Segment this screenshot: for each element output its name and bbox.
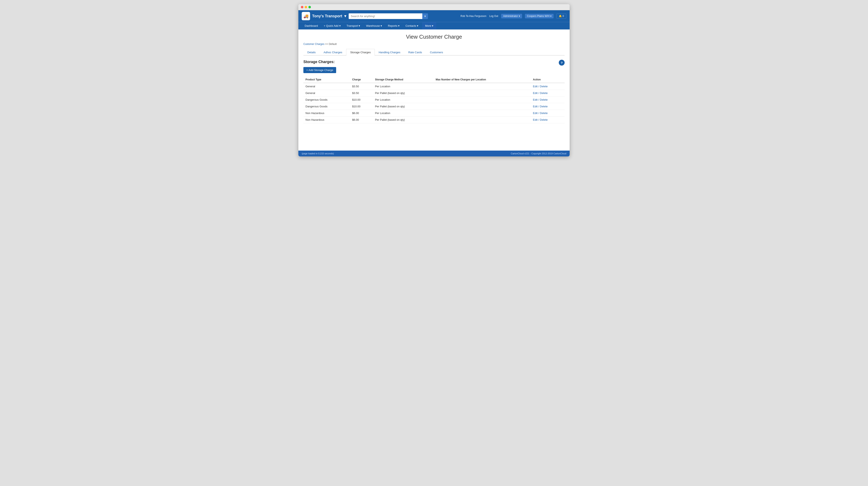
cell-method: Per Location <box>373 83 434 90</box>
top-nav-upper: 🚚 Tony's Transport ▾ ▾ Rob Te-Hau Fergus… <box>299 10 569 22</box>
logo-icon: 🚚 <box>302 12 310 20</box>
close-dot[interactable] <box>301 6 303 8</box>
edit-delete-link[interactable]: Edit / Delete <box>533 105 548 108</box>
table-body: General $3.50 Per Location Edit / Delete… <box>303 83 565 123</box>
cell-method: Per Pallet (based on qty) <box>373 103 434 110</box>
cell-product-type: General <box>303 83 350 90</box>
edit-delete-link[interactable]: Edit / Delete <box>533 112 548 115</box>
breadcrumb-current: Default <box>329 42 337 46</box>
tab-details[interactable]: Details <box>303 49 320 56</box>
tab-handling-charges[interactable]: Handling Charges <box>375 49 404 56</box>
cell-method: Per Pallet (based on qty) <box>373 90 434 96</box>
cell-action: Edit / Delete <box>531 110 565 117</box>
maximize-dot[interactable] <box>308 6 311 8</box>
table-row: General $3.50 Per Location Edit / Delete <box>303 83 565 90</box>
cell-max-charges <box>434 117 531 123</box>
col-max-charges: Max Number of New Charges per Location <box>434 77 531 83</box>
cell-product-type: Dangerous Goods <box>303 96 350 103</box>
cell-action: Edit / Delete <box>531 83 565 90</box>
cell-method: Per Location <box>373 110 434 117</box>
brand-logo[interactable]: 🚚 Tony's Transport ▾ <box>302 12 346 20</box>
logout-link[interactable]: Log Out <box>489 15 498 18</box>
add-storage-charge-button[interactable]: + Add Storage Charge <box>303 67 336 73</box>
search-button[interactable]: ▾ <box>422 13 428 19</box>
table-row: Non Hazardous $6.00 Per Pallet (based on… <box>303 117 565 123</box>
admin-dropdown[interactable]: Administrator ▾ <box>501 14 522 18</box>
table-row: Dangerous Goods $10.00 Per Location Edit… <box>303 96 565 103</box>
brand-name: Tony's Transport <box>312 14 342 18</box>
edit-delete-link[interactable]: Edit / Delete <box>533 98 548 101</box>
cell-product-type: Non Hazardous <box>303 117 350 123</box>
col-storage-charge-method: Storage Charge Method <box>373 77 434 83</box>
tab-storage-charges[interactable]: Storage Charges <box>346 49 375 56</box>
cell-max-charges <box>434 96 531 103</box>
tab-customers[interactable]: Customers <box>426 49 447 56</box>
storage-charges-table: Product Type Charge Storage Charge Metho… <box>303 77 565 123</box>
cell-charge: $10.00 <box>350 96 373 103</box>
cell-max-charges <box>434 90 531 96</box>
col-action: Action <box>531 77 565 83</box>
notifications-badge[interactable]: 🔔 0 <box>556 13 566 19</box>
footer: (page loaded in 0.215 seconds) CartonClo… <box>299 150 569 156</box>
app-window: 🚚 Tony's Transport ▾ ▾ Rob Te-Hau Fergus… <box>299 4 569 156</box>
cell-charge: $6.00 <box>350 110 373 117</box>
nav-warehouse[interactable]: Warehouse ▾ <box>363 22 385 29</box>
table-row: General $3.50 Per Pallet (based on qty) … <box>303 90 565 96</box>
minimize-dot[interactable] <box>305 6 307 8</box>
cell-max-charges <box>434 110 531 117</box>
cell-action: Edit / Delete <box>531 117 565 123</box>
main-nav: Dashboard + Quick Add ▾ Transport ▾ Ware… <box>299 22 569 29</box>
page-wrapper: View Customer Charge ? Customer Charges … <box>299 29 569 156</box>
tab-adhoc-charges[interactable]: Adhoc Charges <box>320 49 346 56</box>
table-row: Dangerous Goods $10.00 Per Pallet (based… <box>303 103 565 110</box>
cell-charge: $6.00 <box>350 117 373 123</box>
top-nav: 🚚 Tony's Transport ▾ ▾ Rob Te-Hau Fergus… <box>299 10 569 29</box>
nav-reports[interactable]: Reports ▾ <box>385 22 402 29</box>
cell-product-type: General <box>303 90 350 96</box>
col-product-type: Product Type <box>303 77 350 83</box>
cell-charge: $3.50 <box>350 90 373 96</box>
nav-dashboard[interactable]: Dashboard <box>302 22 321 29</box>
nav-transport[interactable]: Transport ▾ <box>344 22 363 29</box>
cell-charge: $10.00 <box>350 103 373 110</box>
nav-more[interactable]: More ▾ <box>422 22 436 29</box>
search-input[interactable] <box>349 13 422 19</box>
cell-product-type: Dangerous Goods <box>303 103 350 110</box>
help-icon[interactable]: ? <box>559 60 565 65</box>
brand-dropdown-arrow: ▾ <box>344 14 346 18</box>
edit-delete-link[interactable]: Edit / Delete <box>533 118 548 121</box>
cell-charge: $3.50 <box>350 83 373 90</box>
table-header-row: Product Type Charge Storage Charge Metho… <box>303 77 565 83</box>
col-charge: Charge <box>350 77 373 83</box>
breadcrumb-separator: >> <box>325 42 328 46</box>
edit-delete-link[interactable]: Edit / Delete <box>533 85 548 88</box>
cell-product-type: Non Hazardous <box>303 110 350 117</box>
table-row: Non Hazardous $6.00 Per Location Edit / … <box>303 110 565 117</box>
tabs-container: Details Adhoc Charges Storage Charges Ha… <box>303 49 565 56</box>
breadcrumb: Customer Charges >> Default <box>303 42 565 46</box>
page-content: View Customer Charge ? Customer Charges … <box>299 29 569 150</box>
edit-delete-link[interactable]: Edit / Delete <box>533 91 548 95</box>
title-bar <box>299 4 569 10</box>
search-area: ▾ <box>349 13 428 19</box>
nav-contacts[interactable]: Contacts ▾ <box>402 22 421 29</box>
footer-load-time: (page loaded in 0.215 seconds) <box>302 152 334 155</box>
cell-max-charges <box>434 83 531 90</box>
cell-action: Edit / Delete <box>531 90 565 96</box>
user-name-link[interactable]: Rob Te-Hau Fergusson <box>461 15 486 18</box>
warehouse-dropdown[interactable]: Coopers Plains W/H ▾ <box>525 14 554 18</box>
cell-max-charges <box>434 103 531 110</box>
tab-rate-cards[interactable]: Rate Cards <box>404 49 426 56</box>
footer-copyright: CartonCloud v221 - Copyright 2012-2019 C… <box>511 152 566 155</box>
top-right-area: Rob Te-Hau Fergusson Log Out Administrat… <box>461 13 566 19</box>
table-head: Product Type Charge Storage Charge Metho… <box>303 77 565 83</box>
nav-quick-add[interactable]: + Quick Add ▾ <box>321 22 344 29</box>
cell-action: Edit / Delete <box>531 103 565 110</box>
page-title: View Customer Charge <box>303 34 565 40</box>
breadcrumb-link[interactable]: Customer Charges <box>303 42 324 46</box>
section-title: Storage Charges: <box>303 60 565 64</box>
cell-action: Edit / Delete <box>531 96 565 103</box>
cell-method: Per Pallet (based on qty) <box>373 117 434 123</box>
cell-method: Per Location <box>373 96 434 103</box>
